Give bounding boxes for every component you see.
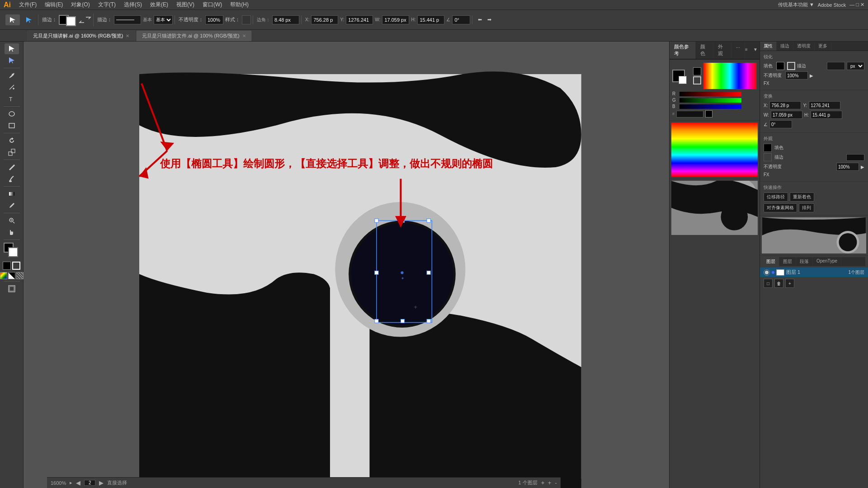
opacity-arrow[interactable]: ▶ (810, 73, 813, 78)
align-right-btn[interactable]: ➡ (486, 16, 493, 23)
add-anchor-icon[interactable] (5, 82, 19, 93)
recolor-btn[interactable]: 重新着色 (790, 192, 814, 202)
fg-color-box[interactable] (693, 67, 701, 75)
layer-add-btn[interactable]: + (785, 279, 794, 288)
panel-menu-icon[interactable]: ≡ (745, 47, 751, 53)
doc-tab-2-close[interactable]: ✕ (242, 33, 246, 38)
hand-tool-icon[interactable] (5, 227, 19, 238)
window-controls[interactable]: — □ ✕ (849, 2, 864, 8)
h-input-r[interactable] (811, 111, 842, 119)
stroke-units-select[interactable]: px (847, 62, 864, 70)
g-bar[interactable] (679, 98, 741, 103)
layers-ot-tab[interactable]: OpenType (813, 257, 841, 266)
none-mode-btn[interactable] (16, 272, 24, 279)
menu-edit[interactable]: 编辑(E) (41, 0, 66, 9)
menu-select[interactable]: 选择(S) (120, 0, 146, 9)
layers-cc-tab[interactable]: 图层 (779, 257, 796, 266)
opacity-app-input[interactable] (836, 163, 859, 171)
layer-create-icon[interactable]: □ (764, 279, 773, 288)
bg-color-box[interactable] (693, 76, 701, 84)
stroke-square[interactable] (12, 262, 20, 270)
gradient-mode-btn[interactable] (8, 272, 15, 279)
main-fg-swatch[interactable] (672, 70, 685, 82)
fill-square[interactable] (3, 262, 11, 270)
pixel-grid-btn[interactable]: 对齐像素网格 (764, 203, 797, 212)
layers-segment-tab[interactable]: 段落 (796, 257, 813, 266)
zoom-display[interactable]: 1600% (51, 480, 66, 486)
color-boxes[interactable] (4, 243, 20, 259)
angle-input[interactable] (452, 15, 470, 24)
stroke-swatch-r[interactable] (764, 153, 772, 161)
offset-path-btn[interactable]: 位移路径 (764, 192, 788, 202)
direct-selection-icon[interactable] (5, 55, 19, 66)
color-tab[interactable]: 颜色 (696, 42, 713, 59)
ellipse-tool-icon[interactable] (5, 108, 19, 119)
scale-tool-icon[interactable] (5, 147, 19, 158)
fill-swatch-r[interactable] (764, 144, 772, 152)
zoom-tool-icon[interactable] (5, 215, 19, 226)
rectangle-tool-icon[interactable] (5, 120, 19, 131)
props-tab[interactable]: 属性 (760, 42, 777, 51)
gradient-tool-icon[interactable] (5, 188, 19, 199)
background-color[interactable] (8, 247, 18, 257)
hex-input[interactable] (676, 111, 703, 117)
direct-selection-btn[interactable] (22, 14, 36, 25)
x-input[interactable] (311, 15, 338, 24)
layer-visibility-icon[interactable] (764, 269, 770, 276)
menu-help[interactable]: 帮助(H) (226, 0, 252, 9)
doc-tab-2[interactable]: 元旦是只猫进阶文件.ai @ 100% (RGB/预览) ✕ (136, 30, 251, 41)
rotate-tool-icon[interactable] (5, 135, 19, 146)
fill-color-box[interactable] (776, 62, 784, 70)
arrange-btn[interactable]: 排列 (799, 203, 814, 212)
stroke-color-box-r[interactable] (787, 62, 795, 70)
pen-tool-icon[interactable] (5, 70, 19, 81)
color-ref-tab[interactable]: 颜色参考 (670, 42, 696, 59)
page-input[interactable] (84, 480, 95, 486)
angle-input-r[interactable] (769, 120, 792, 128)
prev-page-btn[interactable]: ◀ (76, 479, 80, 486)
panel-collapse-icon[interactable]: ▼ (753, 47, 760, 53)
zoom-fit-btn[interactable]: ⌖ (541, 479, 544, 487)
main-bg-swatch[interactable] (679, 76, 687, 84)
pencil-tool-icon[interactable] (5, 162, 19, 173)
w-input[interactable] (382, 15, 409, 24)
layers-tab-lbl[interactable]: 图层 (763, 257, 779, 266)
opacity-app-arrow[interactable]: ▶ (861, 164, 864, 169)
stroke-app-input[interactable] (846, 154, 864, 161)
y-input[interactable] (346, 15, 373, 24)
b-bar[interactable] (679, 104, 741, 109)
zoom-in-btn[interactable]: + (548, 479, 552, 486)
menu-effect[interactable]: 效果(E) (146, 0, 172, 9)
r-bar[interactable] (679, 92, 741, 96)
layer-1-row[interactable]: 图层 1 1个图层 (760, 267, 868, 277)
menu-window[interactable]: 窗口(W) (199, 0, 226, 9)
y-input-r[interactable] (809, 101, 840, 109)
h-input[interactable] (417, 15, 444, 24)
x-input-r[interactable] (769, 101, 801, 109)
color-mode-btn[interactable] (0, 272, 7, 279)
brush-tool-icon[interactable] (5, 174, 19, 184)
layer-delete-icon[interactable]: 🗑 (774, 279, 783, 288)
transparency-tab[interactable]: 透明度 (793, 42, 815, 51)
color-spectrum[interactable] (703, 62, 757, 89)
adobe-stock-link[interactable]: Adobe Stock (818, 2, 846, 8)
color-wheel-gradient[interactable] (671, 122, 758, 177)
doc-tab-1-close[interactable]: ✕ (126, 33, 129, 38)
w-input-r[interactable] (771, 111, 802, 119)
selection-tool-btn[interactable] (5, 14, 20, 25)
extra-tab[interactable]: ... (731, 42, 745, 59)
stroke-width-r[interactable] (827, 62, 845, 70)
eyedropper-icon[interactable] (5, 200, 19, 211)
next-page-btn[interactable]: ▶ (99, 479, 104, 486)
opacity-input-r[interactable] (785, 71, 808, 80)
more-tab[interactable]: 更多 (815, 42, 831, 51)
stroke-tab[interactable]: 描边 (777, 42, 793, 51)
canvas-area[interactable]: 使用【椭圆工具】绘制圆形，【直接选择工具】调整，做出不规则的椭圆 + 1600%… (24, 42, 669, 488)
menu-file[interactable]: 文件(F) (15, 0, 40, 9)
text-tool-icon[interactable]: T (5, 94, 19, 104)
stroke-type-select[interactable]: 基本 (154, 15, 173, 24)
corner-input[interactable] (272, 15, 299, 24)
appearance-tab-right[interactable]: 外观 (713, 42, 731, 59)
menu-object[interactable]: 对象(O) (67, 0, 93, 9)
align-left-btn[interactable]: ⬅ (476, 16, 484, 23)
